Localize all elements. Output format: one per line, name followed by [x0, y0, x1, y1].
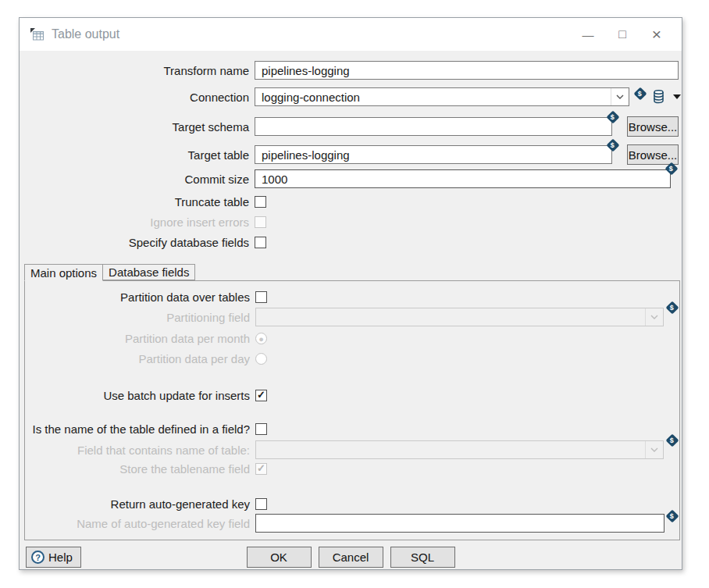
transform-name-input[interactable]: [255, 61, 679, 80]
target-schema-input[interactable]: [255, 117, 612, 136]
field-contains-table-name-label: Field that contains name of table:: [25, 444, 250, 457]
connection-combo[interactable]: logging-connection: [255, 87, 629, 106]
tab-main-options[interactable]: Main options: [24, 264, 103, 281]
specify-database-fields-label: Specify database fields: [20, 236, 249, 249]
target-table-input[interactable]: [255, 145, 612, 164]
titlebar: Table output — □ ×: [20, 18, 682, 51]
target-table-label: Target table: [20, 148, 249, 162]
minimize-button[interactable]: —: [571, 23, 605, 46]
sql-button[interactable]: SQL: [390, 547, 455, 568]
partition-over-tables-label: Partition data over tables: [25, 290, 250, 304]
options-tab-group: Main options Database fields Partition d…: [24, 263, 680, 540]
commit-size-input[interactable]: [255, 169, 671, 188]
connection-label: Connection: [20, 91, 249, 104]
tab-database-fields[interactable]: Database fields: [103, 264, 195, 280]
table-output-dialog: Table output — □ × Transform name Connec…: [19, 17, 682, 570]
variable-icon: $: [666, 510, 679, 523]
close-icon: ×: [652, 25, 661, 44]
help-button[interactable]: ? Help: [26, 547, 81, 568]
truncate-table-checkbox[interactable]: [255, 196, 266, 208]
variable-icon: $: [634, 87, 647, 100]
partition-per-month-label: Partition data per month: [25, 332, 250, 345]
table-name-in-field-checkbox[interactable]: [255, 423, 267, 435]
maximize-button[interactable]: □: [605, 23, 640, 46]
edit-connection-icon[interactable]: [653, 90, 664, 104]
store-tablename-checkbox: ✓: [255, 463, 267, 475]
specify-database-fields-checkbox[interactable]: [255, 237, 266, 248]
close-button[interactable]: ×: [640, 23, 674, 46]
connection-menu-caret-icon[interactable]: [673, 94, 681, 99]
truncate-table-label: Truncate table: [20, 195, 249, 208]
partitioning-field-label: Partitioning field: [25, 311, 250, 324]
help-icon: ?: [31, 551, 45, 564]
partition-per-day-radio: [255, 353, 267, 365]
ignore-insert-errors-label: Ignore insert errors: [20, 216, 249, 229]
commit-size-label: Commit size: [20, 173, 249, 186]
cancel-button[interactable]: Cancel: [319, 547, 383, 568]
return-auto-key-label: Return auto-generated key: [25, 497, 250, 511]
field-contains-table-name-combo: [255, 440, 664, 459]
partition-per-month-radio: ●: [255, 333, 267, 344]
window-title: Table output: [52, 27, 571, 41]
maximize-icon: □: [618, 27, 626, 41]
partitioning-field-combo: [255, 308, 664, 326]
use-batch-update-checkbox[interactable]: ✓: [255, 390, 267, 401]
minimize-icon: —: [583, 28, 594, 41]
table-output-step-icon: [30, 28, 45, 41]
main-options-pane: Partition data over tables Partitioning …: [24, 280, 680, 540]
target-schema-browse-button[interactable]: Browse...: [627, 116, 679, 137]
chevron-down-icon: [645, 441, 663, 458]
help-label: Help: [48, 551, 73, 564]
auto-key-field-input[interactable]: [255, 514, 664, 533]
footer: ? Help OK Cancel SQL: [20, 547, 682, 568]
return-auto-key-checkbox[interactable]: [255, 498, 267, 510]
store-tablename-label: Store the tablename field: [25, 462, 250, 476]
ok-button[interactable]: OK: [247, 547, 312, 568]
partition-over-tables-checkbox[interactable]: [255, 291, 267, 303]
chevron-down-icon: [645, 308, 663, 326]
table-name-in-field-label: Is the name of the table defined in a fi…: [25, 422, 250, 436]
variable-icon: $: [666, 434, 679, 447]
target-schema-label: Target schema: [20, 120, 249, 134]
chevron-down-icon[interactable]: [611, 88, 629, 105]
tab-bar: Main options Database fields: [24, 263, 680, 280]
partition-per-day-label: Partition data per day: [25, 352, 250, 365]
connection-value: logging-connection: [255, 88, 611, 105]
transform-name-label: Transform name: [20, 64, 249, 77]
use-batch-update-label: Use batch update for inserts: [25, 389, 250, 402]
auto-key-field-label: Name of auto-generated key field: [25, 517, 250, 530]
ignore-insert-errors-checkbox: [255, 216, 266, 228]
